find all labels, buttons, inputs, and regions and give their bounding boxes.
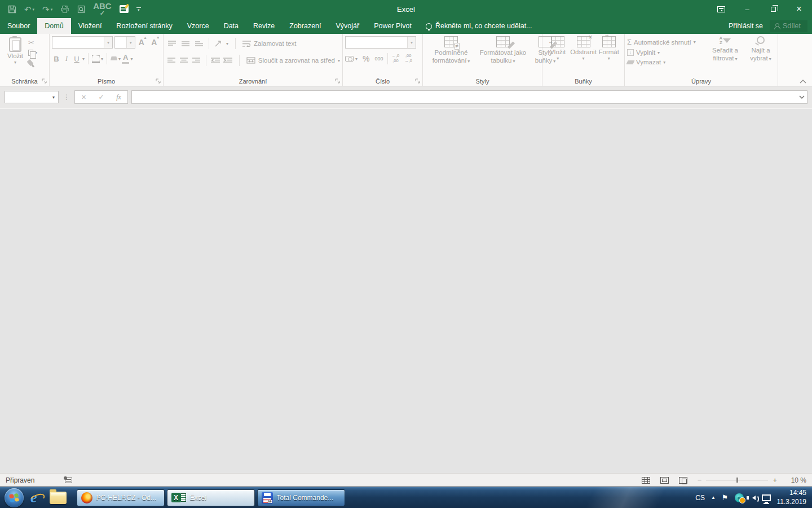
fill-button[interactable]: ↓ Vyplnit ▾ xyxy=(627,49,705,56)
orientation-button[interactable] xyxy=(213,40,225,47)
number-dialog-launcher[interactable] xyxy=(415,78,421,84)
internet-explorer-icon[interactable]: e xyxy=(30,489,37,506)
share-button[interactable]: Sdílet xyxy=(770,20,807,32)
show-hidden-icons-button[interactable]: ▲ xyxy=(711,495,716,500)
zoom-out-button[interactable]: − xyxy=(698,476,702,484)
tab-insert[interactable]: Vložení xyxy=(71,18,109,34)
network-icon[interactable] xyxy=(762,494,771,501)
borders-caret-icon[interactable]: ▾ xyxy=(101,56,103,62)
align-top-button[interactable] xyxy=(166,41,178,46)
align-right-button[interactable] xyxy=(191,58,202,63)
collapse-ribbon-button[interactable] xyxy=(800,80,806,84)
bold-button[interactable]: B xyxy=(52,55,61,63)
align-middle-button[interactable] xyxy=(179,41,192,46)
tab-view[interactable]: Zobrazení xyxy=(282,18,328,34)
format-painter-button[interactable] xyxy=(28,59,37,67)
increase-decimal-button[interactable]: ←,0 ,00 xyxy=(392,54,400,63)
action-center-flag-icon[interactable]: ⚑ xyxy=(722,493,729,502)
autosum-button[interactable]: Σ Automatické shrnutí ▾ xyxy=(627,38,705,46)
formula-input[interactable] xyxy=(132,93,797,101)
insert-function-button[interactable]: fx xyxy=(110,93,127,102)
zoom-in-button[interactable]: + xyxy=(773,476,777,484)
restore-button[interactable] xyxy=(760,0,786,18)
accounting-format-icon[interactable] xyxy=(345,56,354,62)
font-name-caret-icon[interactable]: ▾ xyxy=(104,37,112,48)
tab-home[interactable]: Domů xyxy=(37,18,70,34)
sort-filter-button[interactable]: AZ Seřadit a filtrovat▾ xyxy=(708,36,743,76)
delete-cells-button[interactable]: × Odstranit ▾ xyxy=(571,36,596,76)
wrap-text-button[interactable]: Zalamovat text xyxy=(239,40,296,47)
custom-notebook-icon[interactable] xyxy=(120,5,129,13)
cancel-button[interactable]: × xyxy=(75,93,92,102)
minimize-button[interactable]: – xyxy=(734,0,760,18)
spelling-icon[interactable]: ABC ✓ xyxy=(93,2,112,16)
accounting-caret-icon[interactable]: ▾ xyxy=(355,56,358,62)
taskbar-button-excel[interactable]: X Excel xyxy=(167,489,255,506)
alignment-dialog-launcher[interactable] xyxy=(335,78,341,84)
font-size-combobox[interactable]: ▾ xyxy=(114,36,135,49)
italic-button[interactable]: I xyxy=(62,54,71,63)
insert-cells-button[interactable]: ← Vložit ▾ xyxy=(545,36,570,76)
format-as-table-button[interactable]: Formátovat jako tabulku▾ xyxy=(477,36,529,76)
print-preview-icon[interactable] xyxy=(77,5,85,14)
customize-qat-dropdown[interactable]: ▾ xyxy=(136,7,141,11)
language-indicator[interactable]: CS xyxy=(695,494,705,502)
comma-style-button[interactable]: 000 xyxy=(374,56,383,62)
formula-bar-grip-icon[interactable]: ⋮ xyxy=(62,93,71,101)
expand-formula-bar-button[interactable] xyxy=(797,95,807,99)
tab-developer[interactable]: Vývojář xyxy=(329,18,367,34)
percent-style-button[interactable]: % xyxy=(363,54,369,63)
formula-input-box[interactable] xyxy=(131,90,807,104)
tell-me-search[interactable]: Řekněte mi, co chcete udělat... xyxy=(419,18,539,34)
taskbar-button-total-commander[interactable]: 64· Total Commande... xyxy=(257,489,345,506)
sign-in-link[interactable]: Přihlásit se xyxy=(729,22,763,30)
number-format-combobox[interactable]: ▾ xyxy=(345,36,416,49)
font-size-caret-icon[interactable]: ▾ xyxy=(126,37,135,48)
enter-button[interactable]: ✓ xyxy=(92,93,110,101)
tab-review[interactable]: Revize xyxy=(246,18,282,34)
tab-page-layout[interactable]: Rozložení stránky xyxy=(109,18,179,34)
font-color-button[interactable]: A xyxy=(122,54,129,63)
tab-formulas[interactable]: Vzorce xyxy=(180,18,217,34)
page-layout-view-button[interactable] xyxy=(660,477,669,484)
format-cells-button[interactable]: ↔ Formát ▾ xyxy=(597,36,621,76)
undo-button[interactable]: ↶▾ xyxy=(24,5,34,14)
merge-caret-icon[interactable]: ▾ xyxy=(338,58,340,63)
zoom-slider-thumb[interactable] xyxy=(736,478,738,483)
conditional-formatting-button[interactable]: ≠ Podmíněné formátování▾ xyxy=(425,36,477,76)
align-left-button[interactable] xyxy=(166,58,177,63)
zoom-slider[interactable] xyxy=(706,480,768,480)
clipboard-dialog-launcher[interactable] xyxy=(42,78,47,84)
name-box-input[interactable] xyxy=(5,93,49,101)
redo-caret-icon[interactable]: ▾ xyxy=(51,7,53,11)
merge-center-button[interactable]: Sloučit a zarovnat na střed ▾ xyxy=(243,57,340,64)
close-button[interactable]: × xyxy=(786,0,812,18)
taskbar-button-firefox[interactable]: PC-HELP.CZ - Od... xyxy=(77,489,165,506)
taskbar-clock[interactable]: 14:45 11.3.2019 xyxy=(777,489,807,506)
underline-caret-icon[interactable]: ▾ xyxy=(82,56,85,62)
font-color-caret-icon[interactable]: ▾ xyxy=(130,56,133,62)
shrink-font-button[interactable]: A▾ xyxy=(149,38,161,47)
number-format-caret-icon[interactable]: ▾ xyxy=(407,37,416,48)
cut-button[interactable]: ✂ xyxy=(28,38,37,46)
name-box-caret-icon[interactable]: ▾ xyxy=(49,91,58,103)
redo-button[interactable]: ↷▾ xyxy=(42,5,52,14)
normal-view-button[interactable] xyxy=(642,477,650,484)
decrease-indent-button[interactable] xyxy=(209,58,220,63)
fill-color-caret-icon[interactable]: ▾ xyxy=(118,56,121,62)
copy-button[interactable]: ▾ xyxy=(28,49,37,56)
align-bottom-button[interactable] xyxy=(193,41,205,46)
increase-indent-button[interactable] xyxy=(222,58,233,63)
grow-font-button[interactable]: A▴ xyxy=(137,38,148,47)
volume-icon[interactable] xyxy=(752,496,756,500)
underline-button[interactable]: U xyxy=(72,55,81,63)
font-dialog-launcher[interactable] xyxy=(156,78,161,84)
orientation-caret-icon[interactable]: ▾ xyxy=(226,41,228,46)
tab-data[interactable]: Data xyxy=(217,18,246,34)
windows-explorer-icon[interactable] xyxy=(50,492,67,504)
clear-button[interactable]: Vymazat ▾ xyxy=(627,59,705,65)
save-icon[interactable] xyxy=(8,5,16,14)
decrease-decimal-button[interactable]: ,00 →,0 xyxy=(404,54,412,63)
fill-color-icon[interactable] xyxy=(111,56,117,62)
antivirus-tray-icon[interactable]: e xyxy=(735,493,744,502)
